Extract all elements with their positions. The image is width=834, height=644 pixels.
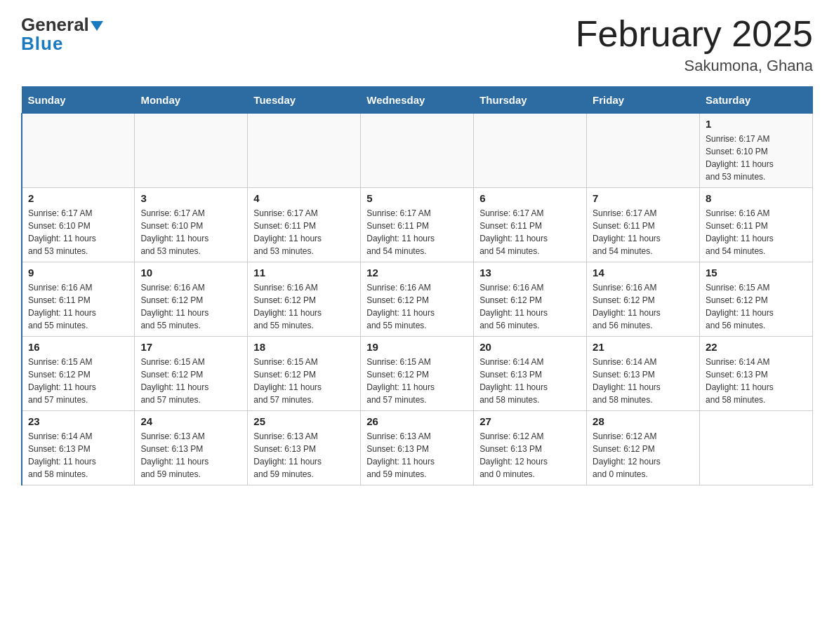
day-number: 16 [28, 341, 128, 353]
table-row [700, 411, 813, 485]
day-info: Sunrise: 6:15 AM Sunset: 6:12 PM Dayligh… [706, 281, 807, 332]
table-row: 15Sunrise: 6:15 AM Sunset: 6:12 PM Dayli… [700, 262, 813, 337]
table-row: 24Sunrise: 6:13 AM Sunset: 6:13 PM Dayli… [135, 411, 248, 485]
table-row: 7Sunrise: 6:17 AM Sunset: 6:11 PM Daylig… [587, 188, 700, 262]
day-number: 19 [366, 341, 468, 353]
day-number: 26 [366, 415, 468, 427]
day-number: 28 [593, 415, 694, 427]
day-number: 9 [28, 267, 128, 279]
header-tuesday: Tuesday [248, 87, 361, 114]
table-row: 11Sunrise: 6:16 AM Sunset: 6:12 PM Dayli… [248, 262, 361, 337]
day-number: 8 [706, 192, 807, 204]
table-row: 23Sunrise: 6:14 AM Sunset: 6:13 PM Dayli… [22, 411, 135, 485]
table-row: 28Sunrise: 6:12 AM Sunset: 6:12 PM Dayli… [587, 411, 700, 485]
day-info: Sunrise: 6:16 AM Sunset: 6:12 PM Dayligh… [140, 281, 241, 332]
day-number: 24 [140, 415, 241, 427]
day-info: Sunrise: 6:17 AM Sunset: 6:11 PM Dayligh… [253, 207, 355, 257]
header-monday: Monday [135, 87, 248, 114]
day-number: 15 [706, 267, 807, 279]
table-row: 4Sunrise: 6:17 AM Sunset: 6:11 PM Daylig… [248, 188, 361, 262]
day-info: Sunrise: 6:17 AM Sunset: 6:10 PM Dayligh… [140, 207, 241, 257]
day-number: 21 [593, 341, 694, 353]
table-row: 1Sunrise: 6:17 AM Sunset: 6:10 PM Daylig… [700, 114, 813, 188]
day-number: 23 [28, 415, 128, 427]
table-row: 2Sunrise: 6:17 AM Sunset: 6:10 PM Daylig… [22, 188, 135, 262]
day-info: Sunrise: 6:13 AM Sunset: 6:13 PM Dayligh… [140, 430, 241, 481]
logo: General Blue [21, 14, 103, 55]
day-number: 10 [140, 267, 241, 279]
day-info: Sunrise: 6:12 AM Sunset: 6:13 PM Dayligh… [479, 430, 581, 481]
day-number: 18 [253, 341, 355, 353]
table-row [587, 114, 700, 188]
table-row: 27Sunrise: 6:12 AM Sunset: 6:13 PM Dayli… [474, 411, 587, 485]
day-number: 13 [479, 267, 581, 279]
day-info: Sunrise: 6:15 AM Sunset: 6:12 PM Dayligh… [28, 356, 128, 406]
day-info: Sunrise: 6:17 AM Sunset: 6:10 PM Dayligh… [28, 207, 128, 257]
day-info: Sunrise: 6:14 AM Sunset: 6:13 PM Dayligh… [28, 430, 128, 481]
day-number: 25 [253, 415, 355, 427]
table-row: 18Sunrise: 6:15 AM Sunset: 6:12 PM Dayli… [248, 337, 361, 411]
table-row: 9Sunrise: 6:16 AM Sunset: 6:11 PM Daylig… [22, 262, 135, 337]
day-info: Sunrise: 6:15 AM Sunset: 6:12 PM Dayligh… [140, 356, 241, 406]
table-row: 10Sunrise: 6:16 AM Sunset: 6:12 PM Dayli… [135, 262, 248, 337]
day-number: 27 [479, 415, 581, 427]
day-info: Sunrise: 6:17 AM Sunset: 6:10 PM Dayligh… [706, 133, 807, 183]
calendar-table: Sunday Monday Tuesday Wednesday Thursday… [21, 86, 813, 485]
day-info: Sunrise: 6:17 AM Sunset: 6:11 PM Dayligh… [366, 207, 468, 257]
day-number: 2 [28, 192, 128, 204]
table-row: 17Sunrise: 6:15 AM Sunset: 6:12 PM Dayli… [135, 337, 248, 411]
day-info: Sunrise: 6:16 AM Sunset: 6:11 PM Dayligh… [28, 281, 128, 332]
day-number: 5 [366, 192, 468, 204]
page-title: February 2025 [576, 14, 813, 54]
day-number: 7 [593, 192, 694, 204]
day-number: 22 [706, 341, 807, 353]
table-row [361, 114, 474, 188]
day-info: Sunrise: 6:17 AM Sunset: 6:11 PM Dayligh… [593, 207, 694, 257]
header: General Blue February 2025 Sakumona, Gha… [21, 14, 813, 75]
table-row [22, 114, 135, 188]
table-row: 13Sunrise: 6:16 AM Sunset: 6:12 PM Dayli… [474, 262, 587, 337]
logo-triangle-icon [91, 21, 103, 31]
calendar-week-row: 9Sunrise: 6:16 AM Sunset: 6:11 PM Daylig… [22, 262, 813, 337]
calendar-week-row: 23Sunrise: 6:14 AM Sunset: 6:13 PM Dayli… [22, 411, 813, 485]
day-number: 3 [140, 192, 241, 204]
day-number: 14 [593, 267, 694, 279]
header-saturday: Saturday [700, 87, 813, 114]
table-row: 22Sunrise: 6:14 AM Sunset: 6:13 PM Dayli… [700, 337, 813, 411]
title-area: February 2025 Sakumona, Ghana [576, 14, 813, 75]
day-info: Sunrise: 6:12 AM Sunset: 6:12 PM Dayligh… [593, 430, 694, 481]
subtitle: Sakumona, Ghana [576, 57, 813, 75]
table-row: 21Sunrise: 6:14 AM Sunset: 6:13 PM Dayli… [587, 337, 700, 411]
day-info: Sunrise: 6:16 AM Sunset: 6:11 PM Dayligh… [706, 207, 807, 257]
table-row [474, 114, 587, 188]
calendar-week-row: 2Sunrise: 6:17 AM Sunset: 6:10 PM Daylig… [22, 188, 813, 262]
header-sunday: Sunday [22, 87, 135, 114]
day-info: Sunrise: 6:14 AM Sunset: 6:13 PM Dayligh… [593, 356, 694, 406]
table-row: 6Sunrise: 6:17 AM Sunset: 6:11 PM Daylig… [474, 188, 587, 262]
day-info: Sunrise: 6:16 AM Sunset: 6:12 PM Dayligh… [593, 281, 694, 332]
table-row [135, 114, 248, 188]
table-row: 14Sunrise: 6:16 AM Sunset: 6:12 PM Dayli… [587, 262, 700, 337]
day-info: Sunrise: 6:13 AM Sunset: 6:13 PM Dayligh… [366, 430, 468, 481]
day-info: Sunrise: 6:14 AM Sunset: 6:13 PM Dayligh… [479, 356, 581, 406]
table-row: 3Sunrise: 6:17 AM Sunset: 6:10 PM Daylig… [135, 188, 248, 262]
day-number: 1 [706, 118, 807, 130]
calendar-week-row: 16Sunrise: 6:15 AM Sunset: 6:12 PM Dayli… [22, 337, 813, 411]
day-info: Sunrise: 6:17 AM Sunset: 6:11 PM Dayligh… [479, 207, 581, 257]
day-info: Sunrise: 6:16 AM Sunset: 6:12 PM Dayligh… [366, 281, 468, 332]
table-row: 16Sunrise: 6:15 AM Sunset: 6:12 PM Dayli… [22, 337, 135, 411]
table-row [248, 114, 361, 188]
day-number: 4 [253, 192, 355, 204]
header-wednesday: Wednesday [361, 87, 474, 114]
day-number: 6 [479, 192, 581, 204]
calendar-header-row: Sunday Monday Tuesday Wednesday Thursday… [22, 87, 813, 114]
calendar-week-row: 1Sunrise: 6:17 AM Sunset: 6:10 PM Daylig… [22, 114, 813, 188]
table-row: 19Sunrise: 6:15 AM Sunset: 6:12 PM Dayli… [361, 337, 474, 411]
table-row: 25Sunrise: 6:13 AM Sunset: 6:13 PM Dayli… [248, 411, 361, 485]
day-number: 12 [366, 267, 468, 279]
day-info: Sunrise: 6:15 AM Sunset: 6:12 PM Dayligh… [253, 356, 355, 406]
day-number: 20 [479, 341, 581, 353]
day-info: Sunrise: 6:16 AM Sunset: 6:12 PM Dayligh… [479, 281, 581, 332]
header-thursday: Thursday [474, 87, 587, 114]
day-number: 17 [140, 341, 241, 353]
